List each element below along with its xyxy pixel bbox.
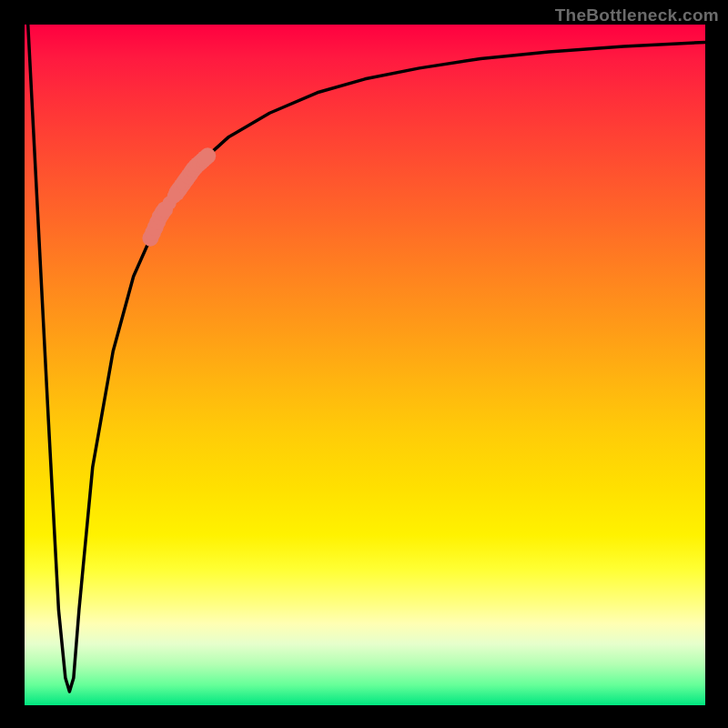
highlighted-segment [142, 147, 216, 246]
chart-container: TheBottleneck.com [0, 0, 728, 728]
watermark-text: TheBottleneck.com [555, 5, 719, 25]
highlight-marker [167, 189, 181, 203]
bottleneck-curve [28, 25, 705, 692]
highlight-marker [199, 147, 216, 164]
curve-layer [25, 25, 705, 705]
